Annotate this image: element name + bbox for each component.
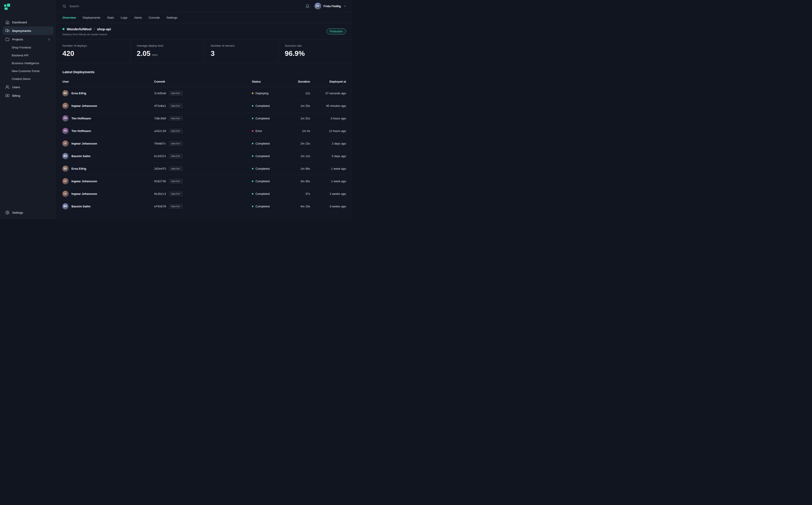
app-logo[interactable]	[0, 0, 56, 12]
status-label: Completed	[255, 104, 270, 108]
table-row[interactable]: IJIngwar Johansson4f2e8a1masterCompleted…	[63, 100, 346, 112]
stat-label: Number of deploys	[63, 44, 124, 47]
billing-icon	[5, 94, 9, 98]
status-dot	[252, 143, 253, 144]
table-row[interactable]: THTim Hoffmann7d8c9b0masterCompleted1m 3…	[63, 112, 346, 125]
cell-user: BSBassim Salim	[63, 203, 154, 209]
user-name: Tim Hoffmann	[72, 117, 91, 120]
stat-number: 96.9%	[285, 50, 305, 57]
breadcrumb: WonderfulWool / shop-api	[63, 27, 111, 31]
commit-hash: a1b2c3d	[154, 129, 166, 133]
cell-commit: 0a1b2c3master	[154, 192, 252, 196]
sidebar-item-dashboard[interactable]: Dashboard	[3, 18, 53, 26]
cell-commit: f9e8d7cmaster	[154, 141, 252, 146]
stat-label: Number of servers	[211, 44, 272, 47]
topbar-right: FF Frida Fleißig	[305, 3, 346, 9]
sidebar-subitem-business-intelligence[interactable]: Business Intelligence	[3, 59, 53, 67]
status-dot	[252, 130, 253, 132]
commit-hash: 0a1b2c3	[154, 192, 166, 195]
cell-status: Completed	[252, 154, 281, 158]
status-label: Completed	[255, 167, 270, 170]
table-row[interactable]: EEErna Eifrig2d3e4f5masterCompleted1m 56…	[63, 162, 346, 175]
cell-user: THTim Hoffmann	[63, 115, 154, 122]
branch-badge: master	[169, 141, 183, 146]
table-body: EEErna Eifrig3c4d5e6masterDeploying12s37…	[63, 87, 346, 212]
cell-user: IJIngwar Johansson	[63, 191, 154, 197]
table-row[interactable]: EEErna Eifrig3c4d5e6masterDeploying12s37…	[63, 87, 346, 100]
tab-logs[interactable]: Logs	[121, 16, 127, 19]
tab-overview[interactable]: Overview	[63, 16, 76, 19]
stat-number: 420	[63, 50, 74, 57]
cell-status: Completed	[252, 104, 281, 108]
status-dot	[252, 193, 253, 195]
cell-deployed-at: 37 seconds ago	[310, 92, 346, 95]
search-icon	[63, 4, 66, 8]
cell-duration: 2m 15s	[281, 142, 310, 145]
branch-badge: master	[169, 204, 183, 208]
cell-duration: 4m 19s	[281, 205, 310, 208]
table-row[interactable]: IJIngwar Johansson9182736masterCompleted…	[63, 175, 346, 187]
main-area: FF Frida Fleißig OverviewDeploymentsStat…	[56, 0, 352, 219]
tab-alerts[interactable]: Alerts	[134, 16, 142, 19]
table-row[interactable]: IJIngwar Johanssonf9e8d7cmasterCompleted…	[63, 137, 346, 150]
home-icon	[5, 20, 9, 24]
cell-commit: 9182736master	[154, 179, 252, 183]
user-name: Bassim Salim	[72, 205, 91, 208]
column-header-duration: Duration	[281, 80, 310, 83]
table-row[interactable]: BSBassim Salimef45678masterCompleted4m 1…	[63, 200, 346, 212]
sidebar-item-deployments[interactable]: Deployments	[3, 26, 53, 35]
sidebar-subitem-backend-api[interactable]: Backend API	[3, 51, 53, 59]
cell-status: Deploying	[252, 92, 281, 95]
tab-console[interactable]: Console	[148, 16, 160, 19]
cell-status: Completed	[252, 192, 281, 195]
cell-commit: 7d8c9b0master	[154, 116, 252, 121]
table-row[interactable]: THTim Hoffmanna1b2c3dmasterError1m 4s12 …	[63, 125, 346, 137]
table-row[interactable]: BSBassim Salimbc54321masterCompleted1m 1…	[63, 150, 346, 162]
app-root: DashboardDeploymentsProjectsShop Fronten…	[0, 0, 352, 219]
search-box[interactable]	[63, 4, 143, 8]
cell-commit: a1b2c3dmaster	[154, 129, 252, 133]
stat-number: 3	[211, 50, 215, 57]
cell-duration: 1m 4s	[281, 129, 310, 133]
table-row[interactable]: IJIngwar Johansson0a1b2c3masterCompleted…	[63, 187, 346, 200]
cell-deployed-at: 2 days ago	[310, 142, 346, 145]
breadcrumb-org[interactable]: WonderfulWool	[67, 27, 92, 31]
commit-hash: 9182736	[154, 180, 166, 183]
project-title-block: WonderfulWool / shop-api Deploys from Gi…	[63, 27, 111, 36]
commit-hash: 4f2e8a1	[154, 104, 166, 108]
user-name: Ingwar Johansson	[72, 142, 97, 145]
breadcrumb-project[interactable]: shop-api	[97, 27, 111, 31]
deploy-icon	[5, 29, 9, 33]
sidebar-subitem-new-customer-portal[interactable]: New Customer Portal	[3, 67, 53, 75]
cell-commit: 3c4d5e6master	[154, 91, 252, 96]
cell-commit: ef45678master	[154, 204, 252, 208]
cell-status: Completed	[252, 117, 281, 120]
status-dot	[252, 180, 253, 182]
sidebar-item-users[interactable]: Users	[3, 83, 53, 92]
stat-label: Success rate	[285, 44, 346, 47]
sidebar-item-billing[interactable]: Billing	[3, 92, 53, 100]
branch-badge: master	[169, 129, 183, 133]
sidebar-subitem-shop-frontend[interactable]: Shop Frontend	[3, 43, 53, 51]
cell-deployed-at: 45 minutes ago	[310, 104, 346, 108]
tab-stats[interactable]: Stats	[107, 16, 114, 19]
sidebar-subitem-chatbot-demo[interactable]: Chatbot Demo	[3, 75, 53, 83]
section-heading: Latest Deployments	[56, 63, 352, 76]
cell-user: IJIngwar Johansson	[63, 178, 154, 184]
commit-hash: bc54321	[154, 154, 166, 158]
tab-settings[interactable]: Settings	[166, 16, 178, 19]
user-menu[interactable]: FF Frida Fleißig	[315, 3, 346, 9]
search-input[interactable]	[69, 4, 136, 8]
cell-deployed-at: 1 week ago	[310, 180, 346, 183]
bell-icon[interactable]	[305, 4, 310, 8]
status-dot	[252, 93, 253, 94]
stats-row: Number of deploys420Average deploy time2…	[56, 39, 352, 63]
tab-deployments[interactable]: Deployments	[83, 16, 100, 19]
cell-status: Error	[252, 129, 281, 133]
sidebar-item-settings[interactable]: Settings	[0, 207, 56, 219]
cell-deployed-at: 1 week ago	[310, 167, 346, 170]
cell-commit: 4f2e8a1master	[154, 104, 252, 108]
status-dot	[252, 105, 253, 107]
branch-badge: master	[169, 91, 183, 96]
sidebar-item-projects[interactable]: Projects	[3, 35, 53, 43]
